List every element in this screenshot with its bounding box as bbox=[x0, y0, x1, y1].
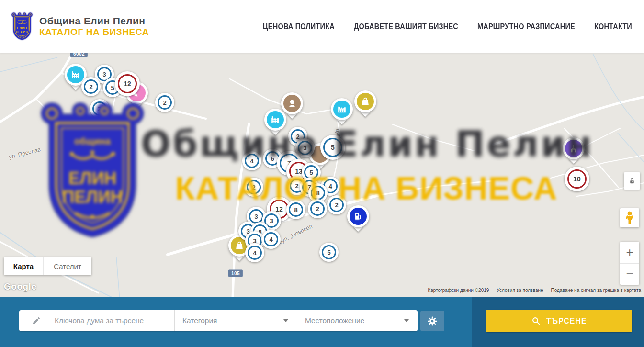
street-view-pegman-control[interactable] bbox=[620, 208, 639, 227]
cluster-count: 2 bbox=[89, 83, 92, 90]
cluster-count: 4 bbox=[269, 236, 272, 243]
cluster-count: 4 bbox=[253, 249, 256, 257]
cluster-count: 2 bbox=[316, 205, 319, 213]
zoom-in-button[interactable]: + bbox=[620, 242, 639, 264]
cluster-count: 8 bbox=[316, 190, 319, 197]
cluster-count: 2 bbox=[335, 201, 338, 209]
category-select[interactable]: Категория bbox=[174, 310, 297, 331]
factory-icon bbox=[333, 101, 350, 118]
nav-item-3[interactable]: КОНТАКТИ bbox=[594, 22, 632, 31]
google-logo[interactable]: Google bbox=[4, 281, 36, 292]
map-attribution: Картографски данни ©2019Условия за ползв… bbox=[428, 288, 641, 293]
marker-factory-pin[interactable] bbox=[331, 98, 353, 120]
nav-item-2[interactable]: МАРШРУТНО РАЗПИСАНИЕ bbox=[477, 22, 575, 31]
gear-icon bbox=[427, 316, 438, 326]
location-select[interactable]: Местоположение bbox=[297, 310, 418, 331]
cluster-count: 3 bbox=[270, 217, 273, 224]
cluster-count: 5 bbox=[111, 84, 114, 91]
cluster-count: 2 bbox=[163, 99, 166, 106]
category-select-label: Категория bbox=[182, 316, 217, 325]
marker-cluster[interactable]: 2 bbox=[244, 178, 263, 197]
attribution-text: Картографски данни ©2019 bbox=[428, 288, 489, 293]
brand[interactable]: Община Елин Пелин КАТАЛОГ НА БИЗНЕСА bbox=[11, 12, 149, 40]
cluster-count: 10 bbox=[573, 175, 581, 183]
cluster-count: 4 bbox=[250, 157, 253, 165]
cluster-count: 2 bbox=[98, 105, 101, 112]
marker-cluster[interactable]: 4 bbox=[261, 230, 281, 249]
search-icon bbox=[531, 316, 541, 325]
worker-icon bbox=[283, 95, 301, 112]
lock-control[interactable] bbox=[624, 172, 640, 190]
marker-worker-pin[interactable] bbox=[281, 92, 303, 114]
marker-factory-pin[interactable] bbox=[264, 109, 286, 131]
marker-cluster[interactable]: 2 bbox=[327, 195, 346, 214]
lock-icon bbox=[628, 177, 636, 185]
cluster-count: 5 bbox=[331, 144, 335, 151]
header: Община Елин Пелин КАТАЛОГ НА БИЗНЕСА ЦЕН… bbox=[0, 0, 644, 53]
marker-cluster[interactable]: 4 bbox=[242, 151, 261, 170]
marker-cluster[interactable]: 8 bbox=[286, 200, 305, 219]
main-nav: ЦЕНОВА ПОЛИТИКАДОБАВЕТЕ ВАШИЯТ БИЗНЕСМАР… bbox=[263, 0, 632, 53]
pegman-icon bbox=[624, 211, 635, 224]
church-icon bbox=[565, 140, 582, 157]
marker-cluster[interactable]: 10 bbox=[565, 167, 589, 191]
cluster-count: 4 bbox=[328, 183, 332, 190]
marker-cluster[interactable]: 2 bbox=[308, 199, 327, 218]
marker-cluster[interactable]: 2 bbox=[90, 99, 109, 118]
google-map[interactable]: 325122223564713522748221283338344510 Общ… bbox=[0, 53, 644, 297]
marker-cluster[interactable]: 12 bbox=[115, 71, 140, 96]
cluster-count: 3 bbox=[303, 145, 306, 152]
marker-cluster[interactable]: 2 bbox=[81, 77, 101, 96]
municipality-crest-logo bbox=[11, 12, 33, 40]
nav-item-0[interactable]: ЦЕНОВА ПОЛИТИКА bbox=[263, 22, 335, 31]
marker-bag-pin[interactable] bbox=[354, 90, 376, 112]
zoom-control: + − bbox=[620, 242, 639, 285]
cluster-count: 12 bbox=[275, 205, 283, 213]
cluster-count: 2 bbox=[296, 133, 299, 140]
cluster-count: 8 bbox=[294, 206, 297, 213]
bag-icon bbox=[357, 93, 374, 110]
marker-layer: 325122223564713522748221283338344510 bbox=[0, 53, 644, 297]
attribution-link-2[interactable]: Подаване на сигнал за грешка в картата bbox=[551, 288, 641, 293]
nav-item-1[interactable]: ДОБАВЕТЕ ВАШИЯТ БИЗНЕС bbox=[354, 22, 458, 31]
marker-cluster[interactable]: 5 bbox=[319, 243, 339, 262]
marker-fuel-pin[interactable] bbox=[347, 205, 369, 227]
factory-icon bbox=[267, 111, 284, 128]
marker-cluster[interactable]: 4 bbox=[245, 243, 264, 262]
location-select-label: Местоположение bbox=[305, 316, 364, 325]
marker-cluster[interactable]: 2 bbox=[155, 93, 174, 112]
fuel-icon bbox=[350, 208, 367, 225]
zoom-out-button[interactable]: − bbox=[620, 264, 639, 285]
cluster-count: 3 bbox=[254, 213, 258, 220]
cluster-count: 5 bbox=[327, 249, 330, 256]
cluster-count: 3 bbox=[102, 71, 106, 78]
marker-cluster[interactable]: 5 bbox=[320, 135, 345, 160]
map-type-map-button[interactable]: Карта bbox=[4, 257, 43, 275]
search-fields-group: Категория Местоположение bbox=[19, 310, 418, 331]
keyword-field bbox=[19, 310, 174, 331]
factory-icon bbox=[67, 66, 84, 83]
cluster-count: 2 bbox=[295, 182, 298, 190]
cluster-count: 2 bbox=[252, 184, 255, 191]
brand-title: Община Елин Пелин bbox=[39, 15, 149, 27]
cluster-count: 5 bbox=[309, 169, 313, 176]
brand-subtitle: КАТАЛОГ НА БИЗНЕСА bbox=[39, 27, 149, 37]
advanced-settings-button[interactable] bbox=[420, 311, 444, 331]
map-type-control: Карта Сателит bbox=[4, 257, 91, 275]
marker-church-pin[interactable] bbox=[563, 137, 585, 159]
attribution-link-1[interactable]: Условия за ползване bbox=[497, 288, 543, 293]
cluster-count: 12 bbox=[124, 80, 131, 88]
pencil-icon bbox=[32, 316, 41, 325]
chevron-down-icon bbox=[404, 319, 409, 322]
search-bar: Категория Местоположение bbox=[0, 297, 644, 347]
cluster-count: 6 bbox=[271, 155, 274, 162]
map-type-satellite-button[interactable]: Сателит bbox=[43, 257, 91, 275]
search-button-label: ТЪРСЕНЕ bbox=[546, 316, 587, 326]
chevron-down-icon bbox=[283, 319, 288, 322]
search-button[interactable]: ТЪРСЕНЕ bbox=[486, 310, 632, 332]
keyword-search-input[interactable] bbox=[54, 316, 174, 325]
brand-text: Община Елин Пелин КАТАЛОГ НА БИЗНЕСА bbox=[39, 15, 149, 37]
